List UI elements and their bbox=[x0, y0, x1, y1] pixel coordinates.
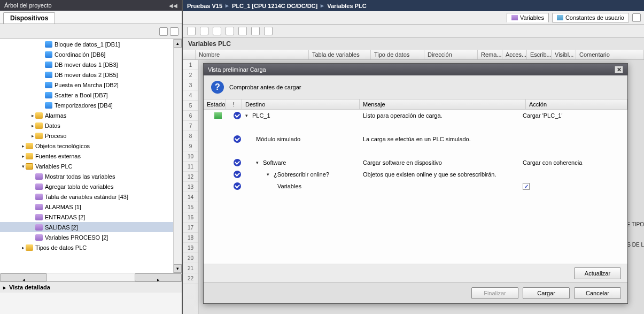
tree-node[interactable]: ▸Fuentes externas bbox=[0, 151, 182, 161]
toolbar-button-6[interactable] bbox=[251, 27, 260, 35]
tree-node[interactable]: ▸Tipos de datos PLC bbox=[0, 242, 182, 252]
row-number[interactable]: 3 bbox=[183, 80, 198, 90]
tree-vertical-scrollbar[interactable]: ▴ ▾ bbox=[173, 39, 182, 273]
expander-icon[interactable]: ▸ bbox=[20, 143, 26, 149]
toolbar-button-1[interactable] bbox=[187, 27, 196, 35]
overwrite-checkbox[interactable] bbox=[523, 183, 530, 190]
expander-icon[interactable]: ▸ bbox=[30, 123, 35, 128]
row-number[interactable]: 4 bbox=[183, 90, 198, 101]
row-number[interactable]: 19 bbox=[183, 243, 198, 253]
expander-icon[interactable]: ▸ bbox=[30, 113, 35, 118]
tree-node[interactable]: ▸Datos bbox=[0, 120, 182, 131]
chevron-down-icon[interactable]: ▾ bbox=[256, 160, 259, 165]
col-tipo[interactable]: Tipo de datos bbox=[371, 50, 424, 59]
tree-node[interactable]: ALARMAS [1] bbox=[0, 202, 182, 212]
col-warn[interactable]: ! bbox=[226, 99, 242, 109]
col-acces[interactable]: Acces... bbox=[502, 50, 527, 59]
row-number[interactable]: 16 bbox=[183, 212, 198, 223]
tree-horizontal-scrollbar[interactable]: ◂ ▸ bbox=[0, 273, 182, 281]
row-number[interactable]: 10 bbox=[183, 151, 198, 162]
row-number[interactable]: 15 bbox=[183, 202, 198, 212]
tree-node[interactable]: DB mover datos 1 [DB3] bbox=[0, 59, 182, 70]
toolbar-button-7[interactable] bbox=[264, 27, 273, 35]
col-accion[interactable]: Acción bbox=[526, 99, 627, 109]
row-number[interactable]: 14 bbox=[183, 192, 198, 202]
dialog-row[interactable]: ▾PLC_1Listo para operación de carga.Carg… bbox=[204, 110, 627, 121]
accion-cell[interactable] bbox=[523, 183, 624, 190]
detailed-view-header[interactable]: ▸ Vista detallada bbox=[0, 281, 182, 293]
row-number[interactable]: 1 bbox=[183, 60, 198, 70]
col-rownum[interactable] bbox=[183, 50, 196, 59]
tree-node[interactable]: Temporizadores [DB4] bbox=[0, 100, 182, 110]
col-mensaje[interactable]: Mensaje bbox=[360, 99, 526, 109]
tree-node[interactable]: ▸Objetos tecnológicos bbox=[0, 141, 182, 151]
project-tree[interactable]: Bloque de datos_1 [DB1]Coordinación [DB6… bbox=[0, 39, 182, 273]
expander-icon[interactable]: ▾ bbox=[20, 164, 26, 169]
tree-node[interactable]: Variables PROCESO [2] bbox=[0, 232, 182, 242]
tree-node[interactable]: Puesta en Marcha [DB2] bbox=[0, 80, 182, 90]
dialog-row[interactable] bbox=[204, 121, 627, 133]
close-icon[interactable]: ✕ bbox=[615, 66, 623, 73]
toolbar-button-3[interactable] bbox=[213, 27, 221, 35]
tab-variables[interactable]: Variables bbox=[507, 13, 549, 22]
tree-node[interactable]: Mostrar todas las variables bbox=[0, 171, 182, 181]
row-number[interactable]: 21 bbox=[183, 263, 198, 273]
collapse-panel-icon[interactable]: ◀◀ bbox=[169, 3, 177, 9]
row-number[interactable]: 12 bbox=[183, 172, 198, 182]
dialog-row[interactable]: Módulo simuladoLa carga se efectúa en un… bbox=[204, 133, 627, 145]
breadcrumb-section[interactable]: Variables PLC bbox=[327, 3, 366, 9]
actualizar-button[interactable]: Actualizar bbox=[574, 267, 621, 279]
tree-node[interactable]: DB mover datos 2 [DB5] bbox=[0, 70, 182, 80]
more-tabs-button[interactable] bbox=[632, 13, 641, 22]
tree-node[interactable]: Scatter a Bool [DB7] bbox=[0, 90, 182, 100]
scroll-down-icon[interactable]: ▾ bbox=[174, 264, 182, 273]
dialog-row[interactable]: Variables bbox=[204, 180, 627, 192]
scroll-up-icon[interactable]: ▴ bbox=[174, 39, 182, 48]
col-comentario[interactable]: Comentario bbox=[576, 50, 644, 59]
tree-node[interactable]: Bloque de datos_1 [DB1] bbox=[0, 39, 182, 49]
dialog-row[interactable]: ▾SoftwareCargar software en dispositivoC… bbox=[204, 157, 627, 169]
expander-icon[interactable]: ▸ bbox=[20, 154, 26, 159]
accion-cell[interactable]: Cargar con coherencia bbox=[523, 159, 624, 166]
scroll-right-icon[interactable]: ▸ bbox=[135, 273, 182, 281]
expander-icon[interactable]: ▸ bbox=[30, 133, 35, 139]
col-destino[interactable]: Destino bbox=[242, 99, 360, 109]
row-number[interactable]: 11 bbox=[183, 162, 198, 172]
breadcrumb-device[interactable]: PLC_1 [CPU 1214C DC/DC/DC] bbox=[232, 3, 317, 9]
col-nombre[interactable]: Nombre bbox=[196, 50, 309, 59]
row-number[interactable]: 22 bbox=[183, 273, 198, 284]
finalizar-button[interactable]: Finalizar bbox=[471, 287, 518, 299]
col-escrib[interactable]: Escrib... bbox=[527, 50, 552, 59]
col-estado[interactable]: Estado bbox=[204, 99, 226, 109]
accion-cell[interactable]: Cargar 'PLC_1' bbox=[523, 112, 624, 119]
col-rema[interactable]: Rema... bbox=[478, 50, 502, 59]
row-number[interactable]: 17 bbox=[183, 223, 198, 233]
view-mode-button-1[interactable] bbox=[159, 27, 168, 36]
scroll-left-icon[interactable]: ◂ bbox=[0, 273, 47, 281]
expander-icon[interactable]: ▸ bbox=[20, 245, 26, 250]
chevron-down-icon[interactable]: ▾ bbox=[267, 172, 269, 177]
tree-node[interactable]: Tabla de variables estándar [43] bbox=[0, 192, 182, 202]
breadcrumb-project[interactable]: Pruebas V15 bbox=[187, 3, 222, 9]
dialog-row[interactable] bbox=[204, 145, 627, 157]
tab-devices[interactable]: Dispositivos bbox=[3, 12, 55, 24]
dialog-body[interactable]: ▾PLC_1Listo para operación de carga.Carg… bbox=[204, 110, 627, 264]
col-visib[interactable]: Visibl... bbox=[552, 50, 576, 59]
tree-node[interactable]: ▸Alarmas bbox=[0, 110, 182, 120]
row-number[interactable]: 18 bbox=[183, 233, 198, 243]
cargar-button[interactable]: Cargar bbox=[523, 287, 570, 299]
col-tabla[interactable]: Tabla de variables bbox=[309, 50, 371, 59]
tree-node[interactable]: ▾Variables PLC bbox=[0, 161, 182, 171]
cancelar-button[interactable]: Cancelar bbox=[574, 287, 621, 299]
toolbar-button-4[interactable] bbox=[226, 27, 234, 35]
tab-user-constants[interactable]: Constantes de usuario bbox=[552, 13, 629, 22]
row-number[interactable]: 8 bbox=[183, 131, 198, 141]
toolbar-button-5[interactable] bbox=[238, 27, 247, 35]
tree-node[interactable]: ENTRADAS [2] bbox=[0, 212, 182, 222]
tree-node[interactable]: SALIDAS [2] bbox=[0, 222, 182, 232]
chevron-down-icon[interactable]: ▾ bbox=[245, 113, 248, 118]
row-number[interactable]: 9 bbox=[183, 141, 198, 151]
col-direccion[interactable]: Dirección bbox=[424, 50, 478, 59]
dialog-titlebar[interactable]: Vista preliminar Carga ✕ bbox=[204, 64, 627, 75]
row-number[interactable]: 6 bbox=[183, 111, 198, 121]
